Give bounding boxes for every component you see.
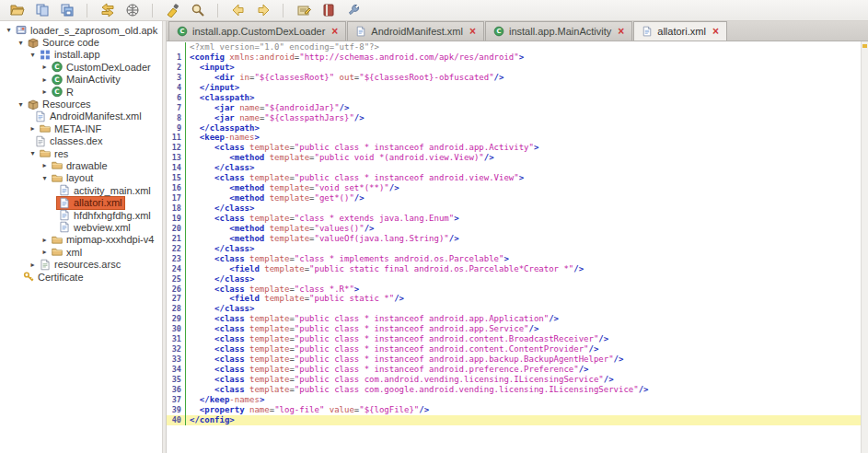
toolbar-separator — [87, 4, 87, 17]
tree-item-source-code[interactable]: ▾Source code — [0, 36, 162, 48]
tree-item-drawable[interactable]: ▸drawable — [0, 159, 162, 171]
code-segment: "http://schemas.android.com/apk/res/andr… — [299, 52, 518, 62]
chevron-down-icon[interactable]: ▾ — [40, 174, 50, 182]
code-text: <class template="class * extends java.la… — [186, 214, 459, 224]
code-line: 19 <class template="class * extends java… — [167, 214, 861, 224]
tree-item-label: install.app — [54, 49, 100, 60]
search-class-button[interactable] — [187, 1, 208, 20]
nav-forward-icon — [256, 3, 271, 17]
code-segment: /> — [614, 354, 624, 364]
save-project-button[interactable] — [31, 1, 52, 20]
toolbar-separator — [152, 4, 153, 17]
code-segment: "class *.R*" — [295, 285, 354, 294]
code-line: 24 <field template="public static final … — [167, 264, 861, 274]
tree-item-install-app[interactable]: ▾install.app — [0, 49, 162, 61]
chevron-down-icon[interactable]: ▾ — [28, 149, 38, 157]
code-line: 30 <class template="public class * insta… — [167, 324, 861, 334]
chevron-down-icon[interactable]: ▾ — [16, 39, 26, 47]
tree-item-layout[interactable]: ▾layout — [0, 172, 162, 184]
tree-item-label: drawable — [66, 160, 108, 171]
code-segment: "public class * instanceof android.app.A… — [295, 143, 534, 152]
tree-item-certificate[interactable]: Certificate — [0, 271, 162, 283]
preferences-button[interactable] — [342, 1, 364, 20]
close-icon[interactable]: × — [331, 26, 338, 37]
save-all-button[interactable] — [56, 1, 77, 20]
code-text: <config xmlns:android="http://schemas.an… — [186, 52, 524, 63]
chevron-right-icon[interactable]: ▸ — [28, 124, 38, 133]
log-viewer-button[interactable] — [293, 1, 314, 20]
nav-forward-button[interactable] — [252, 1, 273, 20]
chevron-right-icon[interactable]: ▸ — [40, 248, 50, 256]
tab-install-app-mainactivity[interactable]: Cinstall.app.MainActivity× — [485, 21, 632, 41]
code-segment: template — [264, 264, 304, 273]
tree-item-loader-s-zaprosom-old-apk[interactable]: ▾loader_s_zaprosom_old.apk — [0, 24, 162, 36]
close-icon[interactable]: × — [469, 26, 476, 37]
close-icon[interactable]: × — [712, 26, 719, 37]
code-text: <classpath> — [186, 93, 254, 103]
tree-item-r[interactable]: ▸CR — [0, 86, 162, 98]
line-number: 24 — [167, 264, 186, 274]
tree-item-allatori-xml[interactable]: allatori.xml — [0, 196, 162, 208]
tree-item-customdexloader[interactable]: ▸CCustomDexLoader — [0, 61, 162, 73]
content-pane: Cinstall.app.CustomDexLoader×AndroidMani… — [167, 21, 868, 453]
chevron-right-icon[interactable]: ▸ — [28, 261, 38, 269]
chevron-down-icon[interactable]: ▾ — [4, 26, 14, 34]
chevron-right-icon[interactable]: ▸ — [40, 87, 50, 96]
chevron-down-icon[interactable]: ▾ — [16, 100, 26, 109]
tree-item-xml[interactable]: ▸xml — [0, 246, 162, 258]
code-segment: template — [249, 285, 289, 294]
tree-item-mipmap-xxxhdpi-v4[interactable]: ▸mipmap-xxxhdpi-v4 — [0, 234, 162, 246]
deobfuscation-button[interactable] — [122, 1, 143, 20]
code-segment: "public static final android.os.Parcelab… — [309, 264, 573, 273]
chevron-right-icon[interactable]: ▸ — [40, 76, 50, 84]
search-text-button[interactable] — [162, 1, 183, 20]
tab-label: allatori.xml — [657, 26, 706, 37]
chevron-right-icon[interactable]: ▸ — [40, 63, 50, 71]
code-segment: "${classesRoot}-obfuscated" — [359, 73, 493, 82]
tab-androidmanifest-xml[interactable]: AndroidManifest.xml× — [347, 21, 484, 41]
tree-item-classes-dex[interactable]: classes.dex — [0, 135, 162, 147]
tree-item-resources-arsc[interactable]: ▸resources.arsc — [0, 258, 162, 270]
code-text: <method template="get*()"/> — [186, 193, 365, 203]
tree-item-activity-main-xml[interactable]: activity_main.xml — [0, 184, 162, 196]
code-segment: /> — [573, 264, 584, 273]
tree-item-label: webview.xml — [74, 222, 131, 233]
code-segment: "${androidJar}" — [264, 103, 339, 112]
code-segment: <field — [190, 264, 264, 273]
code-line: 35 <class template="public class com.and… — [167, 375, 861, 385]
nav-back-button[interactable] — [227, 1, 249, 20]
file-tree[interactable]: ▾loader_s_zaprosom_old.apk▾Source code▾i… — [0, 21, 162, 453]
open-file-button[interactable] — [6, 1, 28, 20]
tab-install-app-customdexloader[interactable]: Cinstall.app.CustomDexLoader× — [168, 21, 346, 41]
tree-item-meta-inf[interactable]: ▸META-INF — [0, 122, 162, 134]
tree-item-res[interactable]: ▾res — [0, 147, 162, 159]
line-number: 28 — [167, 304, 186, 314]
chevron-right-icon[interactable]: ▸ — [40, 236, 50, 244]
code-segment: /> — [639, 385, 649, 394]
class-icon: C — [493, 26, 504, 37]
code-line: 31 <class template="public class * insta… — [167, 334, 861, 344]
chevron-down-icon[interactable]: ▾ — [28, 51, 38, 59]
log-viewer-icon — [296, 3, 311, 17]
close-icon[interactable]: × — [618, 26, 624, 37]
tree-item-resources[interactable]: ▾Resources — [0, 98, 162, 110]
tree-item-androidmanifest-xml[interactable]: AndroidManifest.xml — [0, 110, 162, 122]
tree-item-webview-xml[interactable]: webview.xml — [0, 221, 162, 233]
tree-node: mipmap-xxxhdpi-v4 — [50, 234, 156, 246]
reload-button[interactable] — [97, 1, 118, 20]
code-segment: /> — [365, 224, 375, 233]
code-segment: <class — [190, 254, 249, 263]
folder-icon — [39, 147, 52, 159]
code-line: 3 <dir in="${classesRoot}" out="${classe… — [167, 73, 861, 83]
chevron-right-icon[interactable]: ▸ — [40, 161, 50, 169]
code-line: 28 </class> — [167, 304, 861, 314]
code-editor[interactable]: <?xml version="1.0" encoding="utf-8"?>1<… — [167, 41, 861, 453]
line-number: 20 — [167, 224, 186, 234]
tree-item-mainactivity[interactable]: ▸CMainActivity — [0, 74, 162, 86]
code-segment: "valueOf(java.lang.String)" — [314, 234, 448, 243]
report-button[interactable] — [318, 1, 339, 20]
code-segment: <?xml version="1.0" encoding="utf-8"?> — [190, 42, 379, 52]
code-text: <class template="class * implements andr… — [186, 254, 509, 264]
tree-item-hfdhfxhgfdhg-xml[interactable]: hfdhfxhgfdhg.xml — [0, 209, 162, 221]
tab-allatori-xml[interactable]: allatori.xml× — [633, 21, 727, 41]
